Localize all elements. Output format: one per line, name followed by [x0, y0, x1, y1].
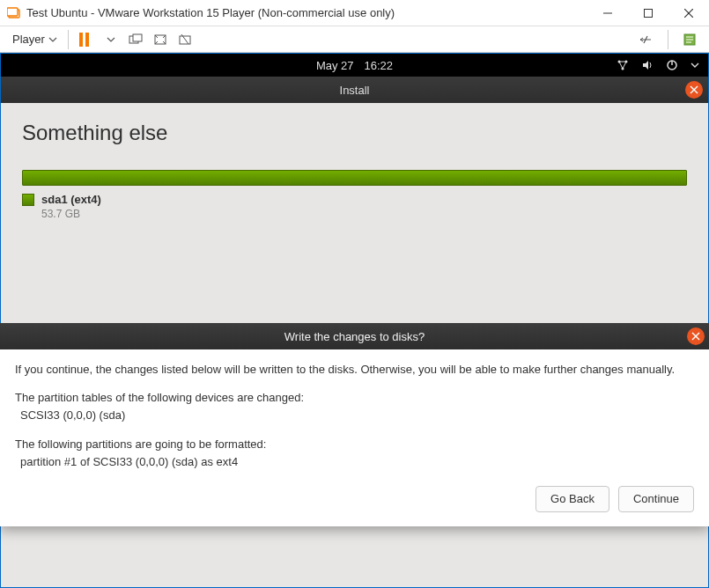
send-ctrl-alt-del-button[interactable] — [123, 29, 148, 50]
power-dropdown[interactable] — [99, 29, 123, 50]
player-menu[interactable]: Player — [7, 31, 63, 48]
windows-titlebar: Test Ubuntu - VMware Workstation 15 Play… — [0, 0, 709, 26]
minimize-button[interactable] — [587, 0, 628, 26]
datetime[interactable]: May 27 16:22 — [316, 59, 393, 72]
dialog-text-devices-list: SCSI33 (0,0,0) (sda) — [20, 408, 694, 423]
svg-rect-1 — [7, 8, 18, 16]
chevron-down-icon — [48, 35, 57, 44]
separator — [68, 30, 69, 49]
volume-icon — [641, 59, 654, 71]
window-controls — [587, 0, 709, 26]
close-icon — [691, 332, 700, 341]
partition-legend: sda1 (ext4) — [22, 193, 687, 206]
power-icon — [666, 59, 678, 71]
go-back-button[interactable]: Go Back — [535, 486, 609, 512]
partition-label: sda1 (ext4) — [41, 193, 101, 206]
dialog-text-devices-heading: The partition tables of the following de… — [15, 390, 694, 406]
write-changes-dialog: Write the changes to disks? If you conti… — [0, 323, 709, 526]
unity-button[interactable] — [173, 29, 197, 50]
page-title: Something else — [22, 121, 687, 145]
chevron-down-icon — [107, 35, 115, 44]
dialog-close-button[interactable] — [687, 327, 705, 345]
close-icon — [690, 85, 698, 94]
partition-bar[interactable] — [22, 170, 687, 186]
vmware-toolbar: Player — [0, 26, 709, 53]
go-back-label: Go Back — [550, 492, 595, 505]
dialog-text-format-list: partition #1 of SCSI33 (0,0,0) (sda) as … — [20, 454, 694, 470]
vm-display: May 27 16:22 Install Something else sda1… — [0, 53, 709, 588]
svg-rect-3 — [645, 9, 653, 17]
dialog-text-intro: If you continue, the changes listed belo… — [15, 362, 694, 378]
install-window-title: Install — [340, 84, 370, 97]
system-indicators[interactable] — [617, 59, 699, 71]
player-menu-label: Player — [12, 33, 45, 46]
dialog-actions: Go Back Continue — [15, 486, 694, 512]
dialog-title: Write the changes to disks? — [284, 330, 425, 343]
window-title: Test Ubuntu - VMware Workstation 15 Play… — [26, 6, 587, 19]
partition-swatch-icon — [22, 194, 34, 206]
cycle-button[interactable] — [634, 29, 659, 50]
close-button[interactable] — [668, 0, 709, 26]
svg-rect-7 — [133, 34, 142, 41]
dialog-header: Write the changes to disks? — [0, 323, 709, 349]
continue-label: Continue — [633, 492, 679, 505]
pause-button[interactable] — [74, 29, 99, 50]
install-window-header: Install — [1, 77, 708, 103]
install-body: Something else sda1 (ext4) 53.7 GB /dev/… — [1, 103, 708, 587]
chevron-down-icon — [691, 61, 699, 70]
maximize-button[interactable] — [628, 0, 668, 26]
time-label: 16:22 — [365, 59, 394, 72]
vmware-logo-icon — [7, 6, 21, 20]
date-label: May 27 — [316, 59, 354, 72]
network-icon — [617, 59, 629, 71]
ubuntu-topbar: May 27 16:22 — [1, 54, 708, 77]
dialog-text-format-heading: The following partitions are going to be… — [15, 437, 694, 452]
svg-rect-9 — [180, 36, 190, 44]
partition-size: 53.7 GB — [41, 208, 687, 220]
separator — [668, 30, 668, 49]
dialog-body: If you continue, the changes listed belo… — [0, 349, 709, 526]
fullscreen-button[interactable] — [148, 29, 173, 50]
notes-button[interactable] — [677, 29, 702, 50]
continue-button[interactable]: Continue — [618, 486, 694, 512]
install-close-button[interactable] — [685, 81, 703, 99]
